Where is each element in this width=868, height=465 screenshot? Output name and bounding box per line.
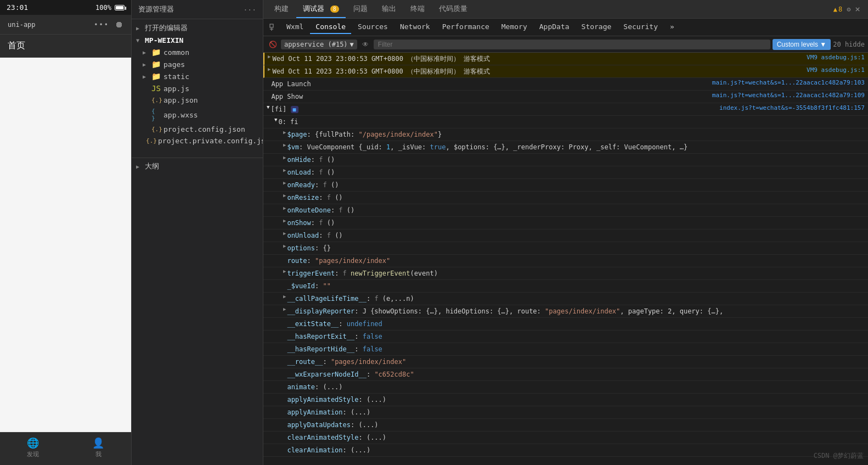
phone-nav-me[interactable]: 👤 我: [66, 437, 132, 458]
file-panel-title: 资源管理器: [138, 4, 174, 14]
close-devtools-button[interactable]: ×: [852, 2, 864, 16]
me-icon: 👤: [92, 437, 104, 449]
tab-codequality[interactable]: 代码质量: [432, 1, 474, 18]
tree-item-appwxss[interactable]: ▶ { } app.wxss: [132, 106, 263, 124]
devtools-panel: 构建 调试器 8 问题 输出 终端 代码质量 ▲ 8 ⚙ ×: [263, 0, 868, 465]
fi-expand-arrow[interactable]: ▼: [267, 104, 269, 110]
vm-expand-arrow[interactable]: ▶: [283, 142, 286, 148]
callpagelifetime-expand-arrow[interactable]: ▶: [283, 294, 286, 299]
onresize-content: onResize: f (): [287, 193, 865, 203]
devtools-subnav: Wxml Console Sources Network Performance…: [263, 19, 868, 36]
onload-expand-arrow[interactable]: ▶: [283, 167, 286, 173]
applyanimatedstyle-content: applyAnimatedStyle: (...): [287, 395, 865, 405]
triggerevent-expand-arrow[interactable]: ▶: [283, 268, 286, 274]
appservice-dropdown-icon: ▼: [350, 41, 354, 48]
battery-icon: [115, 5, 125, 10]
onready-content: onReady: f (): [287, 180, 865, 190]
settings-icon[interactable]: ⚙: [847, 5, 850, 13]
tab-debugger[interactable]: 调试器 8: [296, 1, 346, 18]
folder-common-icon: 📁: [151, 48, 161, 57]
more-tabs-label: »: [670, 23, 674, 31]
warn1-arrow[interactable]: ▶: [268, 54, 270, 59]
onready-expand-arrow[interactable]: ▶: [283, 180, 286, 186]
warn2-source[interactable]: VM9 asdebug.js:1: [807, 66, 865, 74]
subtab-wxml[interactable]: Wxml: [281, 20, 309, 34]
inspect-element-button[interactable]: [267, 21, 280, 34]
subtab-memory-label: Memory: [501, 23, 527, 31]
file-appwxss-icon: { }: [151, 108, 161, 122]
appservice-label: appservice (#15): [284, 41, 348, 48]
clear-console-button[interactable]: 🚫: [267, 38, 279, 51]
custom-levels-button[interactable]: Custom levels ▼: [773, 39, 831, 50]
console-entry-applyanimation: ▶ applyAnimation: (...): [263, 406, 868, 419]
eye-filter-button[interactable]: 👁: [359, 38, 371, 51]
file-panel-menu-icon[interactable]: ···: [244, 5, 256, 14]
subtab-security[interactable]: Security: [618, 20, 663, 34]
subtab-sources[interactable]: Sources: [352, 20, 393, 34]
clearanimatedstyle-content: clearAnimatedStyle: (...): [287, 433, 865, 442]
tab-issues[interactable]: 问题: [347, 1, 374, 18]
file-panel: 资源管理器 ··· ▶ 打开的编辑器 ▼ MP-WEIXIN ▶ 📁 commo…: [132, 0, 263, 465]
tree-item-static[interactable]: ▶ 📁 static: [132, 70, 263, 82]
onhide-expand-arrow[interactable]: ▶: [283, 155, 286, 160]
vm-content: $vm: VueComponent {_uid: 1, _isVue: true…: [287, 142, 865, 152]
arrow-static: ▶: [143, 74, 151, 80]
subtab-more[interactable]: »: [664, 20, 680, 34]
file-tree: ▶ 打开的编辑器 ▼ MP-WEIXIN ▶ 📁 common ▶ 📁 page…: [132, 19, 263, 465]
appservice-selector[interactable]: appservice (#15) ▼: [281, 40, 357, 49]
onresize-expand-arrow[interactable]: ▶: [283, 193, 286, 198]
displayreporter-expand-arrow[interactable]: ▶: [283, 306, 286, 312]
subtab-console-label: Console: [315, 23, 346, 31]
tab-terminal[interactable]: 终端: [404, 1, 431, 18]
console-entry-applyanimatedstyle: ▶ applyAnimatedStyle: (...): [263, 394, 868, 406]
subtab-console[interactable]: Console: [310, 20, 351, 34]
phone-battery-text: 100%: [95, 4, 111, 12]
subtab-memory[interactable]: Memory: [496, 20, 533, 34]
subtab-performance[interactable]: Performance: [437, 20, 495, 34]
warn2-arrow[interactable]: ▶: [268, 66, 270, 72]
csdn-watermark: CSDN @梦幻蔚蓝: [814, 451, 864, 461]
tree-item-projectconfig[interactable]: ▶ {.} project.config.json: [132, 124, 263, 135]
console-entry-page: ▶ $page: {fullPath: "/pages/index/index"…: [263, 128, 868, 141]
onshow-expand-arrow[interactable]: ▶: [283, 218, 286, 223]
custom-levels-label: Custom levels ▼: [777, 41, 827, 48]
tab-output[interactable]: 输出: [375, 1, 403, 18]
section-outline[interactable]: ▶ 大纲: [132, 158, 263, 173]
console-entry-callpagelifetime: ▶ __callPageLifeTime__: f (e,...n): [263, 293, 868, 305]
warn-count-icon: ▲: [833, 5, 837, 13]
subtab-appdata[interactable]: AppData: [534, 20, 575, 34]
phone-nav-discover[interactable]: 🌐 发现: [0, 437, 66, 458]
console-entry-nodeid: ▶ __wxExparserNodeId__: "c652cd8c": [263, 368, 868, 381]
console-entry-route: ▶ route: "pages/index/index": [263, 255, 868, 267]
launch-source[interactable]: main.js?t=wechat&s=1...22aacac1c482a79:1…: [712, 79, 865, 86]
tab-build[interactable]: 构建: [268, 1, 295, 18]
tree-item-appjson[interactable]: ▶ {.} app.json: [132, 94, 263, 106]
subtab-network[interactable]: Network: [394, 20, 436, 34]
onroutedone-expand-arrow[interactable]: ▶: [283, 205, 286, 211]
console-filter-input[interactable]: [374, 40, 770, 49]
onunload-expand-arrow[interactable]: ▶: [283, 231, 286, 236]
tree-item-pages[interactable]: ▶ 📁 pages: [132, 58, 263, 70]
subtab-storage[interactable]: Storage: [576, 20, 617, 34]
console-entry-warn1: ▶ Wed Oct 11 2023 23:00:53 GMT+0800 （中国标…: [263, 53, 868, 65]
devtools-toolbar: 构建 调试器 8 问题 输出 终端 代码质量 ▲ 8 ⚙ ×: [263, 0, 868, 19]
subtab-sources-label: Sources: [358, 23, 388, 31]
subtab-network-label: Network: [400, 23, 430, 31]
phone-record-icon: ⏺: [115, 19, 123, 30]
options-content: options: {}: [287, 243, 865, 253]
tree-item-projectprivate[interactable]: ▶ {.} project.private.config.js...: [132, 135, 263, 147]
options-expand-arrow[interactable]: ▶: [283, 243, 286, 249]
tree-item-common[interactable]: ▶ 📁 common: [132, 46, 263, 58]
fi-source[interactable]: index.js?t=wechat&s=-3554b8f3f1fc481:157: [719, 104, 865, 111]
label-appwxss: app.wxss: [164, 111, 198, 119]
warn1-source[interactable]: VM9 asdebug.js:1: [807, 54, 865, 61]
page-expand-arrow[interactable]: ▶: [283, 130, 286, 135]
0fi-expand-arrow[interactable]: ▼: [274, 117, 277, 122]
section-mp-weixin[interactable]: ▼ MP-WEIXIN: [132, 35, 263, 46]
phone-dots-icon[interactable]: •••: [94, 21, 109, 29]
applyanimation-content: applyAnimation: (...): [287, 407, 865, 417]
console-entry-onready: ▶ onReady: f (): [263, 179, 868, 192]
show-source[interactable]: main.js?t=wechat&s=1...22aacac1c482a79:1…: [712, 92, 865, 99]
section-open-editors[interactable]: ▶ 打开的编辑器: [132, 21, 263, 35]
tree-item-appjs[interactable]: ▶ JS app.js: [132, 82, 263, 94]
